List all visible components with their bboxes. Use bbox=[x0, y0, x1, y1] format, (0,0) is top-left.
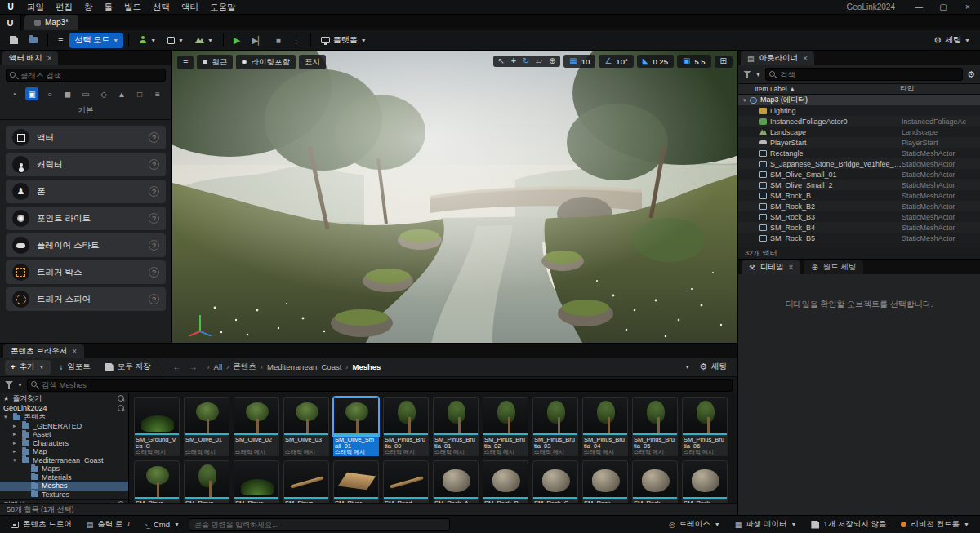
search-icon[interactable] bbox=[118, 395, 125, 402]
level-viewport[interactable]: 원근 라이팅포함 표시 ↖ + ↻ ▱ ⊕ ▦10 ∠10° bbox=[172, 51, 737, 343]
perspective-dropdown[interactable]: 원근 bbox=[197, 55, 233, 69]
asset-tile[interactable]: SM_Pinus 스태틱 메시 bbox=[234, 460, 279, 503]
menu-item[interactable]: 창 bbox=[78, 2, 99, 13]
back-button[interactable]: ← bbox=[170, 361, 183, 374]
place-category-icon[interactable] bbox=[43, 87, 56, 100]
place-actors-tab[interactable]: 액터 배치 bbox=[2, 51, 58, 65]
folder-tree-item[interactable]: Map bbox=[0, 447, 128, 456]
save-button[interactable] bbox=[5, 33, 23, 48]
place-actor-item[interactable]: 플레이어 스타트 bbox=[6, 233, 166, 257]
place-category-icon[interactable] bbox=[25, 87, 38, 100]
select-mode-dropdown[interactable]: 선택 모드▼ bbox=[69, 33, 123, 48]
save-all-button[interactable]: 모두 저장 bbox=[100, 360, 157, 375]
grid-snap-control[interactable]: ▦10 bbox=[564, 55, 595, 68]
place-actor-item[interactable]: 트리거 박스 bbox=[6, 260, 166, 284]
trace-dropdown[interactable]: 트레이스▼ bbox=[663, 517, 726, 532]
asset-tile[interactable]: SM_River 스태틱 메시 bbox=[333, 460, 379, 503]
class-search-input[interactable] bbox=[6, 69, 166, 82]
maximize-button[interactable]: ▢ bbox=[931, 0, 956, 15]
asset-tile[interactable]: SM_Olive_Small_01 스태틱 메시 bbox=[333, 397, 379, 456]
asset-search-input[interactable] bbox=[27, 379, 733, 392]
output-log-button[interactable]: 출력 로그 bbox=[81, 517, 136, 532]
asset-tile[interactable]: SM_Pinus 스태틱 메시 bbox=[184, 460, 229, 503]
help-icon[interactable] bbox=[149, 213, 159, 224]
import-button[interactable]: ↓임포트 bbox=[54, 360, 96, 375]
help-icon[interactable] bbox=[149, 132, 159, 143]
help-icon[interactable] bbox=[149, 240, 159, 251]
world-space-toggle-icon[interactable]: ⊕ bbox=[549, 57, 555, 65]
menu-item[interactable]: 빌드 bbox=[118, 2, 147, 13]
project-root-row[interactable]: GeoLink2024 bbox=[0, 403, 128, 413]
asset-tile[interactable]: SM_Ground_Veg_C 스태틱 메시 bbox=[134, 397, 180, 456]
frame-skip-button[interactable]: ▶▏ bbox=[247, 33, 269, 48]
asset-tile[interactable]: SM_Road 스태틱 메시 bbox=[383, 460, 429, 503]
collections-row[interactable]: 컬렉션 + bbox=[0, 500, 128, 503]
cinematics-dropdown[interactable]: ▼ bbox=[190, 33, 218, 48]
help-icon[interactable] bbox=[149, 267, 159, 278]
outliner-row[interactable]: SM_Rock_B3 StaticMeshActor bbox=[738, 211, 980, 222]
asset-tile[interactable]: SM_Rock_A 스태틱 메시 bbox=[433, 460, 479, 503]
outliner-row[interactable]: SM_Olive_Small_01 StaticMeshActor bbox=[738, 169, 980, 180]
asset-tile[interactable]: SM_Pinus_Brutia_01 스태틱 메시 bbox=[433, 397, 479, 456]
details-tab[interactable]: 디테일 bbox=[742, 260, 800, 274]
show-flags-dropdown[interactable]: 표시 bbox=[299, 55, 326, 69]
folder-tree-item[interactable]: Asset bbox=[0, 430, 128, 439]
play-button[interactable]: ▶ bbox=[229, 33, 245, 48]
place-category-icon[interactable] bbox=[97, 87, 110, 100]
quick-add-actor-dropdown[interactable]: ▼ bbox=[134, 33, 161, 48]
caret-icon[interactable] bbox=[743, 97, 750, 104]
outliner-settings-icon[interactable] bbox=[967, 69, 975, 80]
outliner-row[interactable]: SM_Rock_B StaticMeshActor bbox=[738, 190, 980, 201]
item-label-column-header[interactable]: Item Label ▲ bbox=[755, 85, 795, 93]
settings-dropdown[interactable]: 세팅▼ bbox=[929, 33, 975, 48]
blueprints-dropdown[interactable]: ▼ bbox=[163, 33, 189, 48]
help-icon[interactable] bbox=[149, 186, 159, 197]
folder-tree-item[interactable]: Materials bbox=[0, 473, 128, 482]
outliner-row[interactable]: SM_Rock_B5 StaticMeshActor bbox=[738, 233, 980, 243]
place-category-icon[interactable] bbox=[151, 87, 164, 100]
search-icon[interactable] bbox=[118, 501, 125, 504]
close-button[interactable]: × bbox=[956, 0, 980, 15]
type-column-header[interactable]: 타입 bbox=[900, 84, 975, 94]
folder-tree-item[interactable]: Characters bbox=[0, 439, 128, 448]
place-actor-item[interactable]: 캐릭터 bbox=[6, 153, 166, 176]
browse-button[interactable] bbox=[24, 33, 42, 48]
revision-control-dropdown[interactable]: 리비전 컨트롤▼ bbox=[895, 517, 975, 532]
outliner-row[interactable]: Landscape Landscape bbox=[738, 127, 980, 137]
outliner-row[interactable]: Rectangle StaticMeshActor bbox=[738, 148, 980, 158]
search-icon[interactable] bbox=[118, 405, 125, 412]
breadcrumb-item[interactable]: All bbox=[203, 362, 222, 371]
asset-tile[interactable]: SM_Pinus_Brutia_05 스태틱 메시 bbox=[632, 397, 678, 456]
asset-tile[interactable]: SM_Olive_02 스태틱 메시 bbox=[234, 397, 279, 456]
place-category-icon[interactable] bbox=[79, 87, 92, 100]
breadcrumb-item[interactable]: 콘텐츠 bbox=[222, 362, 256, 372]
menu-item[interactable]: 액터 bbox=[176, 2, 204, 13]
asset-tile[interactable]: SM_Rock 스태틱 메시 bbox=[682, 460, 728, 503]
place-category-icon[interactable] bbox=[115, 87, 128, 100]
menu-item[interactable]: 선택 bbox=[147, 2, 176, 13]
derived-data-dropdown[interactable]: 파생 데이터▼ bbox=[729, 517, 803, 532]
close-icon[interactable] bbox=[72, 347, 77, 356]
breadcrumb-item[interactable]: Meshes bbox=[341, 362, 381, 371]
outliner-search-input[interactable] bbox=[765, 68, 963, 81]
caret-icon[interactable] bbox=[13, 431, 19, 438]
asset-tile[interactable]: SM_Olive_03 스태틱 메시 bbox=[283, 397, 329, 456]
asset-tile[interactable]: SM_Pinus_Brutia_02 스태틱 메시 bbox=[483, 397, 528, 456]
filter-dropdown-icon[interactable]: ▼ bbox=[755, 72, 761, 78]
help-icon[interactable] bbox=[149, 294, 159, 304]
place-actor-item[interactable]: 액터 bbox=[6, 126, 166, 149]
view-mode-dropdown[interactable]: 라이팅포함 bbox=[236, 55, 296, 69]
world-settings-tab[interactable]: 월드 세팅 bbox=[804, 260, 863, 274]
cmd-dropdown[interactable]: Cmd▼ bbox=[140, 517, 185, 532]
place-actor-item[interactable]: 포인트 라이트 bbox=[6, 207, 166, 230]
asset-tile[interactable]: SM_Pinus_Brutia_03 스태틱 메시 bbox=[532, 397, 578, 456]
content-drawer-button[interactable]: 콘텐츠 드로어 bbox=[5, 517, 78, 532]
asset-tile[interactable]: SM_Rock 스태틱 메시 bbox=[632, 460, 678, 503]
asset-tile[interactable]: SM_Rock 스태틱 메시 bbox=[582, 460, 628, 503]
add-button[interactable]: +추가▼ bbox=[5, 360, 51, 375]
asset-tile[interactable]: SM_Pinus 스태틱 메시 bbox=[134, 460, 180, 503]
menu-item[interactable]: 도움말 bbox=[204, 2, 242, 13]
place-category-icon[interactable] bbox=[133, 87, 146, 100]
play-options-button[interactable]: ⋮ bbox=[287, 33, 305, 48]
menu-item[interactable]: 파일 bbox=[21, 2, 50, 13]
